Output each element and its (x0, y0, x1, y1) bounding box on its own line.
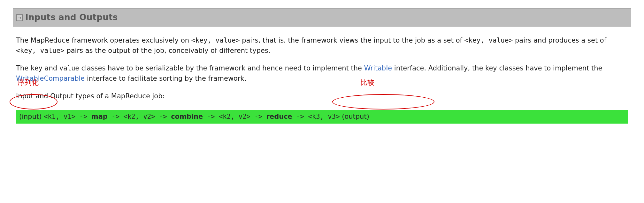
flow-output-label: (output) (340, 113, 369, 120)
paragraph-intro: The MapReduce framework operates exclusi… (16, 36, 628, 56)
flow-arrow: -> (108, 113, 124, 120)
text: interface to facilitate sorting by the f… (85, 75, 246, 82)
flow-k2v2-b: <k2, v2> (219, 113, 250, 120)
flow-reduce: reduce (266, 113, 292, 120)
code-key-value: <key, value> (16, 47, 65, 54)
text: interface. Additionally, the key classes… (392, 64, 602, 72)
text: classes have to be serializable by the f… (79, 64, 364, 72)
code-key: key (31, 64, 42, 72)
flow-arrow: -> (155, 113, 171, 120)
text: pairs and produces a set of (513, 37, 606, 44)
section-heading-title: Inputs and Outputs (25, 11, 118, 24)
paragraph-io-types: Input and Output types of a MapReduce jo… (16, 91, 628, 102)
code-value: value (59, 64, 79, 72)
flow-k1v1: <k1, v1> (44, 113, 75, 120)
text: The MapReduce framework operates exclusi… (16, 37, 191, 44)
code-key-value: <key, value> (464, 37, 513, 44)
link-writable[interactable]: Writable (364, 64, 392, 72)
text: The (16, 64, 31, 72)
flow-input-label: (input) (19, 113, 44, 120)
flow-combine: combine (171, 113, 203, 120)
text: and (42, 64, 59, 72)
collapse-toggle-icon[interactable]: → (16, 14, 23, 21)
text: pairs, that is, the framework views the … (240, 37, 464, 44)
flow-arrow: -> (292, 113, 308, 120)
mapreduce-flow-bar: (input) <k1, v1> -> map -> <k2, v2> -> c… (16, 110, 628, 124)
flow-k2v2: <k2, v2> (123, 113, 155, 120)
link-writablecomparable[interactable]: WritableComparable (16, 75, 85, 82)
flow-k3v3: <k3, v3> (308, 113, 340, 120)
section-heading: → Inputs and Outputs (13, 8, 631, 27)
paragraph-serializable: The key and value classes have to be ser… (16, 63, 628, 84)
flow-arrow: -> (75, 113, 91, 120)
code-key-value: <key, value> (191, 37, 240, 44)
flow-map: map (91, 113, 108, 120)
flow-arrow: -> (203, 113, 219, 120)
text: pairs as the output of the job, conceiva… (65, 47, 271, 54)
flow-arrow: -> (250, 113, 266, 120)
document-page: → Inputs and Outputs The MapReduce frame… (0, 8, 644, 203)
